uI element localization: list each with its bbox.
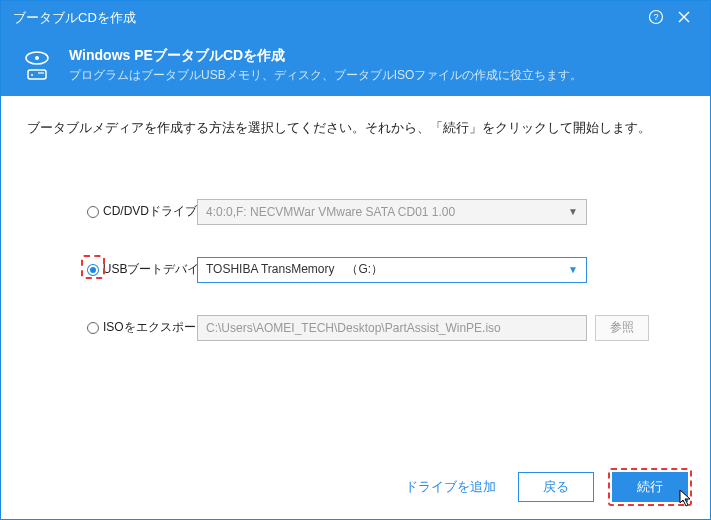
svg-text:?: ?	[653, 12, 658, 22]
close-icon[interactable]	[670, 10, 698, 27]
option-iso-row: ISOをエクスポー C:\Users\AOMEI_TECH\Desktop\Pa…	[27, 315, 684, 341]
selection-highlight	[81, 255, 105, 279]
continue-button[interactable]: 続行	[612, 472, 688, 502]
continue-wrap: 続行	[608, 468, 692, 506]
cd-field: 4:0:0,F: NECVMWar VMware SATA CD01 1.00 …	[197, 199, 684, 225]
cd-drive-select[interactable]: 4:0:0,F: NECVMWar VMware SATA CD01 1.00 …	[197, 199, 587, 225]
usb-device-select[interactable]: TOSHIBA TransMemory （G:） ▼	[197, 257, 587, 283]
titlebar: ブータブルCDを作成 ?	[1, 1, 710, 35]
disc-burner-icon	[19, 48, 55, 84]
banner-subtitle: プログラムはブータブルUSBメモリ、ディスク、ブータブルISOファイルの作成に役…	[69, 67, 582, 84]
iso-field: C:\Users\AOMEI_TECH\Desktop\PartAssist_W…	[197, 315, 684, 341]
usb-field: TOSHIBA TransMemory （G:） ▼	[197, 257, 684, 283]
radio-usb[interactable]: USBブートデバイ	[87, 261, 197, 278]
instruction-text: ブータブルメディアを作成する方法を選択してください。それから、「続行」をクリック…	[27, 118, 684, 139]
window-title: ブータブルCDを作成	[13, 9, 136, 27]
iso-path-value: C:\Users\AOMEI_TECH\Desktop\PartAssist_W…	[206, 321, 501, 335]
cd-drive-value: 4:0:0,F: NECVMWar VMware SATA CD01 1.00	[206, 205, 455, 219]
usb-device-value: TOSHIBA TransMemory （G:）	[206, 261, 383, 278]
footer: ドライブを追加 戻る 続行	[1, 463, 710, 519]
radio-iso[interactable]: ISOをエクスポー	[87, 319, 197, 336]
svg-point-7	[31, 74, 33, 76]
browse-button[interactable]: 参照	[595, 315, 649, 341]
banner: Windows PEブータブルCDを作成 プログラムはブータブルUSBメモリ、デ…	[1, 35, 710, 96]
option-cd-row: CD/DVDドライブ 4:0:0,F: NECVMWar VMware SATA…	[27, 199, 684, 225]
svg-rect-6	[28, 70, 46, 79]
banner-title: Windows PEブータブルCDを作成	[69, 47, 582, 65]
radio-icon	[87, 322, 99, 334]
content-area: ブータブルメディアを作成する方法を選択してください。それから、「続行」をクリック…	[1, 96, 710, 463]
dialog-window: ブータブルCDを作成 ? Windows PEブータブルCDを作成 プログラムは…	[0, 0, 711, 520]
iso-path-input[interactable]: C:\Users\AOMEI_TECH\Desktop\PartAssist_W…	[197, 315, 587, 341]
browse-label: 参照	[610, 319, 634, 336]
option-usb-row: USBブートデバイ TOSHIBA TransMemory （G:） ▼	[27, 257, 684, 283]
help-icon[interactable]: ?	[642, 9, 670, 28]
svg-point-5	[35, 56, 39, 60]
radio-cd-label: CD/DVDドライブ	[103, 203, 197, 220]
cursor-icon	[678, 488, 694, 512]
add-drive-link[interactable]: ドライブを追加	[397, 478, 504, 496]
back-button[interactable]: 戻る	[518, 472, 594, 502]
radio-usb-label: USBブートデバイ	[103, 261, 197, 278]
radio-cd[interactable]: CD/DVDドライブ	[87, 203, 197, 220]
banner-text: Windows PEブータブルCDを作成 プログラムはブータブルUSBメモリ、デ…	[69, 47, 582, 84]
chevron-down-icon: ▼	[568, 264, 578, 275]
radio-icon	[87, 206, 99, 218]
radio-iso-label: ISOをエクスポー	[103, 319, 196, 336]
chevron-down-icon: ▼	[568, 206, 578, 217]
